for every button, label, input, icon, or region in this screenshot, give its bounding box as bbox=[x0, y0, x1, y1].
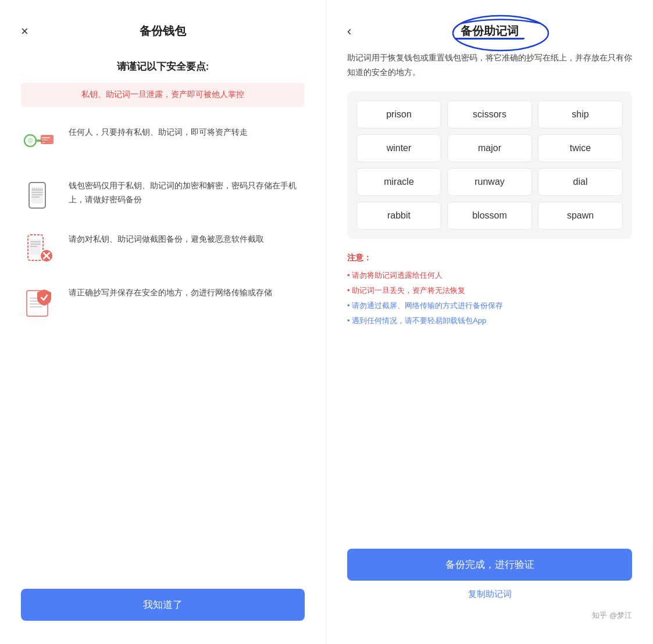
mnemonic-word-8: runway bbox=[447, 168, 532, 196]
mnemonic-word-10: rabbit bbox=[356, 202, 441, 230]
notice-section: 注意： • 请勿将助记词透露给任何人• 助记词一旦丢失，资产将无法恢复• 请勿通… bbox=[347, 253, 632, 328]
feature-item-3: 请勿对私钥、助记词做截图备份，避免被恶意软件截取 bbox=[21, 230, 305, 267]
close-button[interactable]: × bbox=[21, 25, 28, 38]
feature-text-3: 请勿对私钥、助记词做截图备份，避免被恶意软件截取 bbox=[69, 230, 264, 246]
mnemonic-word-4: winter bbox=[356, 134, 441, 162]
svg-rect-6 bbox=[42, 137, 50, 138]
mnemonic-word-9: dial bbox=[538, 168, 623, 196]
left-title: 备份钱包 bbox=[140, 23, 186, 39]
mnemonic-word-1: prison bbox=[356, 101, 441, 128]
feature-item-4: 请正确抄写并保存在安全的地方，勿进行网络传输或存储 bbox=[21, 284, 305, 321]
right-title: 备份助记词 bbox=[461, 24, 519, 37]
notice-item-3: • 请勿通过截屏、网络传输的方式进行备份保存 bbox=[347, 298, 632, 313]
document-safe-icon bbox=[21, 284, 58, 321]
svg-rect-13 bbox=[31, 194, 43, 195]
left-panel: × 备份钱包 请谨记以下安全要点: 私钥、助记词一旦泄露，资产即可被他人掌控 bbox=[0, 0, 326, 644]
left-header: × 备份钱包 bbox=[21, 23, 305, 39]
svg-rect-18 bbox=[30, 241, 41, 242]
right-header: ‹ 备份助记词 bbox=[347, 23, 632, 39]
mnemonic-word-7: miracle bbox=[356, 168, 441, 196]
mnemonic-grid: prisonscissorsshipwintermajortwicemiracl… bbox=[347, 91, 632, 239]
svg-rect-12 bbox=[31, 192, 43, 193]
phone-lock-icon: * * * * * * bbox=[21, 177, 58, 214]
left-bottom: 我知道了 bbox=[21, 589, 305, 621]
description-text: 助记词用于恢复钱包或重置钱包密码，将它准确的抄写在纸上，并存放在只有你知道的安全… bbox=[347, 51, 632, 80]
phone-screenshot-icon bbox=[21, 230, 58, 267]
verify-button[interactable]: 备份完成，进行验证 bbox=[347, 549, 632, 581]
mnemonic-word-11: blossom bbox=[447, 202, 532, 230]
svg-rect-7 bbox=[42, 139, 48, 141]
mnemonic-word-3: ship bbox=[538, 101, 623, 128]
feature-item-1: 任何人，只要持有私钥、助记词，即可将资产转走 bbox=[21, 123, 305, 160]
notice-item-2: • 助记词一旦丢失，资产将无法恢复 bbox=[347, 283, 632, 298]
mnemonic-word-2: scissors bbox=[447, 101, 532, 128]
key-wallet-icon bbox=[21, 123, 58, 160]
back-button[interactable]: ‹ bbox=[347, 25, 351, 38]
svg-rect-20 bbox=[30, 246, 37, 247]
notice-item-1: • 请勿将助记词透露给任何人 bbox=[347, 268, 632, 283]
warning-banner: 私钥、助记词一旦泄露，资产即可被他人掌控 bbox=[21, 83, 305, 107]
mnemonic-word-12: spawn bbox=[538, 202, 623, 230]
notice-title: 注意： bbox=[347, 253, 632, 263]
feature-text-4: 请正确抄写并保存在安全的地方，勿进行网络传输或存储 bbox=[69, 284, 272, 300]
svg-rect-14 bbox=[31, 196, 40, 198]
mnemonic-word-6: twice bbox=[538, 134, 623, 162]
feature-item-2: * * * * * * 钱包密码仅用于私钥、助记词的加密和解密，密码只存储在手机… bbox=[21, 177, 305, 214]
watermark: 知乎 @梦江 bbox=[347, 610, 632, 621]
feature-text-1: 任何人，只要持有私钥、助记词，即可将资产转走 bbox=[69, 123, 248, 139]
safety-heading: 请谨记以下安全要点: bbox=[21, 60, 305, 73]
svg-rect-27 bbox=[30, 303, 41, 305]
confirm-button[interactable]: 我知道了 bbox=[21, 589, 305, 621]
svg-rect-19 bbox=[30, 244, 41, 245]
notice-item-4: • 遇到任何情况，请不要轻易卸载钱包App bbox=[347, 313, 632, 328]
svg-rect-28 bbox=[30, 306, 42, 307]
copy-mnemonic-link[interactable]: 复制助记词 bbox=[347, 589, 632, 600]
svg-rect-8 bbox=[42, 142, 46, 143]
feature-list: 任何人，只要持有私钥、助记词，即可将资产转走 * * * * * * 钱包密码仅… bbox=[21, 123, 305, 566]
right-bottom: 备份完成，进行验证 复制助记词 知乎 @梦江 bbox=[347, 549, 632, 621]
feature-text-2: 钱包密码仅用于私钥、助记词的加密和解密，密码只存储在手机上，请做好密码备份 bbox=[69, 177, 305, 207]
svg-point-1 bbox=[27, 138, 33, 144]
right-panel: ‹ 备份助记词 助记词用于恢复钱包或重置钱包密码，将它准确的抄写在纸上，并存放在… bbox=[326, 0, 653, 644]
mnemonic-word-5: major bbox=[447, 134, 532, 162]
svg-text:* * * * * *: * * * * * * bbox=[32, 188, 43, 191]
